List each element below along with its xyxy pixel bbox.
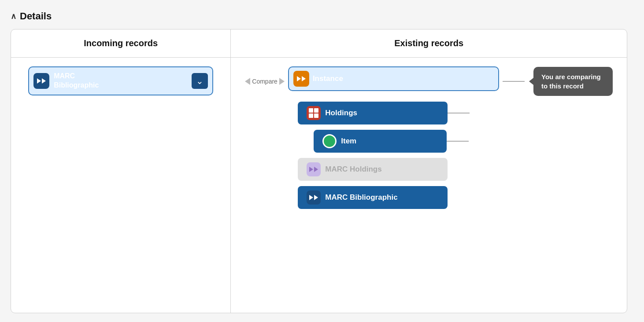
marc-bib-row: MARC Bibliographic	[298, 186, 448, 209]
item-icon	[322, 134, 337, 148]
details-section: ∧ Details Incoming records Existing reco…	[11, 11, 633, 313]
incoming-column: MARCBibliographic ⌄	[11, 58, 231, 313]
comparison-table: Incoming records Existing records	[11, 29, 627, 313]
marc-holdings-icon	[307, 162, 321, 176]
comparing-tooltip: You are comparing to this record	[533, 67, 613, 96]
holdings-pill[interactable]: Holdings	[298, 102, 448, 124]
incoming-card: MARCBibliographic ⌄	[28, 66, 213, 95]
instance-icon	[293, 71, 309, 87]
instance-card[interactable]: Instance	[288, 66, 499, 91]
details-header: ∧ Details	[11, 11, 633, 22]
compare-left-arrow	[245, 78, 250, 85]
incoming-records-header: Incoming records	[11, 29, 231, 57]
holdings-row: Holdings	[298, 102, 470, 124]
holdings-label: Holdings	[325, 109, 357, 117]
existing-records-header: Existing records	[231, 29, 627, 57]
details-title: Details	[20, 11, 52, 22]
marc-bib-dropdown[interactable]: ⌄	[192, 73, 208, 89]
item-label: Item	[341, 137, 356, 146]
table-body: MARCBibliographic ⌄ Compare	[11, 58, 627, 313]
marc-holdings-row: MARC Holdings	[298, 158, 448, 181]
item-row: Item	[314, 130, 469, 153]
item-hline	[447, 141, 469, 142]
compare-right-arrow	[279, 78, 285, 85]
instance-connector	[503, 81, 525, 82]
existing-records-tree: Holdings Item	[298, 102, 613, 214]
marc-holdings-label: MARC Holdings	[325, 165, 381, 174]
holdings-icon	[307, 106, 321, 120]
marc-bib-label-incoming: MARCBibliographic	[54, 72, 187, 90]
instance-label: Instance	[313, 74, 494, 83]
marc-bib-existing-pill[interactable]: MARC Bibliographic	[298, 186, 448, 209]
marc-holdings-pill: MARC Holdings	[298, 158, 448, 181]
marc-bib-existing-label: MARC Bibliographic	[325, 193, 397, 202]
collapse-icon[interactable]: ∧	[11, 11, 16, 21]
holdings-hline	[448, 113, 470, 113]
compare-label: Compare	[252, 78, 278, 85]
table-header: Incoming records Existing records	[11, 29, 627, 58]
marc-bib-icon-incoming	[33, 73, 49, 89]
marc-bib-existing-icon	[307, 190, 321, 205]
item-pill[interactable]: Item	[314, 130, 447, 153]
existing-column: Compare Instance	[231, 58, 627, 313]
